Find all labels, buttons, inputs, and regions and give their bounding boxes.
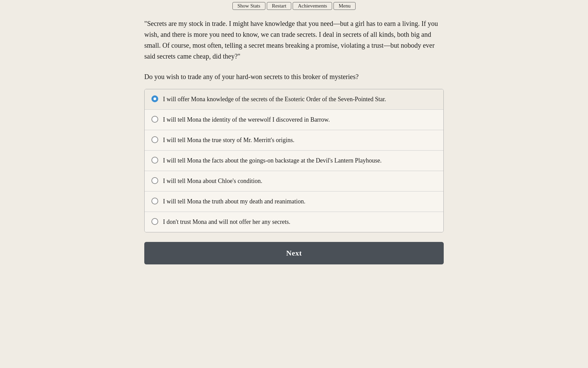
radio-1 — [151, 116, 158, 123]
choice-item-0[interactable]: I will offer Mona knowledge of the secre… — [145, 89, 443, 110]
choice-item-1[interactable]: I will tell Mona the identity of the wer… — [145, 110, 443, 130]
radio-3 — [151, 157, 158, 164]
choice-label-4: I will tell Mona about Chloe's condition… — [163, 177, 262, 186]
choice-label-2: I will tell Mona the true story of Mr. M… — [163, 136, 294, 145]
choice-item-6[interactable]: I don't trust Mona and will not offer he… — [145, 212, 443, 232]
next-button[interactable]: Next — [144, 242, 444, 264]
choice-item-5[interactable]: I will tell Mona the truth about my deat… — [145, 191, 443, 212]
main-content: "Secrets are my stock in trade. I might … — [137, 13, 451, 264]
choice-label-1: I will tell Mona the identity of the wer… — [163, 115, 330, 124]
radio-4 — [151, 177, 158, 184]
radio-0 — [151, 95, 158, 102]
top-nav: Show StatsRestartAchievementsMenu — [232, 0, 356, 13]
restart-button[interactable]: Restart — [267, 2, 292, 10]
choice-item-3[interactable]: I will tell Mona the facts about the goi… — [145, 151, 443, 171]
choice-label-5: I will tell Mona the truth about my deat… — [163, 197, 305, 206]
passage-text: "Secrets are my stock in trade. I might … — [144, 18, 444, 62]
choice-label-6: I don't trust Mona and will not offer he… — [163, 217, 290, 227]
choices-container: I will offer Mona knowledge of the secre… — [144, 89, 444, 232]
choice-item-4[interactable]: I will tell Mona about Chloe's condition… — [145, 171, 443, 191]
radio-2 — [151, 136, 158, 143]
radio-5 — [151, 198, 158, 204]
choice-label-0: I will offer Mona knowledge of the secre… — [163, 95, 386, 104]
radio-6 — [151, 218, 158, 225]
question-text: Do you wish to trade any of your hard-wo… — [144, 71, 444, 82]
menu-button[interactable]: Menu — [333, 2, 356, 10]
choice-item-2[interactable]: I will tell Mona the true story of Mr. M… — [145, 130, 443, 151]
show-stats-button[interactable]: Show Stats — [232, 2, 265, 10]
choice-label-3: I will tell Mona the facts about the goi… — [163, 156, 382, 165]
achievements-button[interactable]: Achievements — [293, 2, 332, 10]
